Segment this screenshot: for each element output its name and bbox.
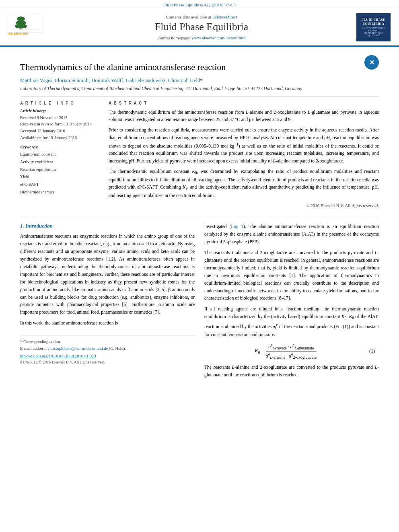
body-two-col: 1. Introduction Aminotransferase reactio…	[20, 223, 379, 382]
body-right-col: investigated (Fig. 1). The alanine amino…	[204, 223, 379, 382]
eq-denominator: aeL-alanine · ae2-oxoglutarate	[266, 352, 317, 359]
intro-heading: 1. Introduction	[20, 223, 195, 229]
abstract-column: A B S T R A C T The thermodynamic equili…	[109, 101, 379, 210]
logo-box-subtitle: AN INTERNATIONAL JOURNALOF FLUID PHASE E…	[358, 27, 389, 37]
homepage-label: journal homepage:	[157, 35, 190, 40]
body-text-right: investigated (Fig. 1). The alanine amino…	[204, 223, 379, 339]
authors-text: Matthias Voges, Florian Schmidt, Dominik…	[20, 77, 200, 83]
keywords-label: Keywords:	[20, 145, 101, 149]
elsevier-logo: ELSEVIER	[6, 16, 47, 39]
equation-1-row: Kθ = aepyruvate · aeL-glutamate aeL-alan…	[204, 343, 379, 359]
eq-numerator: aepyruvate · aeL-glutamate	[266, 343, 317, 350]
contents-text: Contents lists available at	[166, 14, 211, 19]
journal-center: Contents lists available at ScienceDirec…	[47, 14, 356, 40]
appear-text: appear	[176, 257, 188, 261]
intro-para-1: Aminotransferase reactions are enzymatic…	[20, 232, 195, 316]
article-history-label: Article history:	[20, 109, 101, 113]
svg-text:ELSEVIER: ELSEVIER	[8, 32, 28, 36]
email-label: E-mail address:	[20, 346, 47, 351]
paper-container: ✕ Thermodynamics of the alanine aminotra…	[0, 47, 399, 390]
abstract-para-3: The thermodynamic equilibrium constant K…	[109, 168, 379, 199]
body-rule	[20, 216, 379, 216]
keywords-list: Equilibrium constant Activity coefficien…	[20, 151, 101, 196]
paper-affiliation: Laboratory of Thermodynamics, Department…	[20, 86, 379, 91]
logo-box-title: FLUID PHASEEQUILIBRIA	[362, 18, 385, 26]
journal-reference-text: Fluid Phase Equilibria 422 (2016) 87–98	[163, 2, 236, 7]
journal-header: ELSEVIER Contents lists available at Sci…	[0, 9, 399, 46]
article-info-abstract-section: A R T I C L E I N F O Article history: R…	[20, 101, 379, 210]
equation-number: (1)	[363, 348, 375, 354]
equation-fraction: aepyruvate · aeL-glutamate aeL-alanine ·…	[266, 343, 317, 359]
email-suffix: (C. Held).	[109, 346, 126, 351]
right-para-3: If all reacting agents are diluted in a …	[204, 305, 379, 339]
abstract-section-label: A B S T R A C T	[109, 101, 379, 105]
journal-logo-box: FLUID PHASEEQUILIBRIA AN INTERNATIONAL J…	[356, 13, 391, 41]
body-text-left: Aminotransferase reactions are enzymatic…	[20, 232, 195, 327]
intro-para-2: In this work, the alanine aminotransfera…	[20, 319, 195, 327]
journal-reference-bar: Fluid Phase Equilibria 422 (2016) 87–98	[0, 0, 399, 9]
homepage-link[interactable]: www.elsevier.com/locate/fluid	[191, 35, 245, 40]
abstract-para-2: Prior to considering the reaction equili…	[109, 126, 379, 164]
right-para-1: investigated (Fig. 1). The alanine amino…	[204, 223, 379, 246]
equation-lhs: Kθ =	[255, 347, 266, 353]
footnote-section: * Corresponding author. E-mail address: …	[20, 335, 195, 364]
contents-available-line: Contents lists available at ScienceDirec…	[47, 14, 356, 19]
paper-title: Thermodynamics of the alanine aminotrans…	[20, 62, 379, 73]
paper-authors: Matthias Voges, Florian Schmidt, Dominik…	[20, 77, 379, 84]
email-link[interactable]: christoph.held@bci.tu-dortmund.de	[47, 346, 108, 351]
svg-point-4	[15, 24, 27, 29]
journal-homepage-line: journal homepage: www.elsevier.com/locat…	[47, 35, 356, 40]
right-para-2: The reactants L-alanine and 2-oxoglutara…	[204, 249, 379, 302]
issn-line: 0378-3812/© 2016 Elsevier B.V. All right…	[20, 360, 195, 364]
corresponding-author-note: * Corresponding author.	[20, 339, 195, 345]
email-footnote: E-mail address: christoph.held@bci.tu-do…	[20, 345, 195, 352]
crossmark-badge: ✕	[364, 55, 379, 70]
journal-title: Fluid Phase Equilibria	[47, 21, 356, 33]
equation-1-content: Kθ = aepyruvate · aeL-glutamate aeL-alan…	[208, 343, 363, 359]
article-info-column: A R T I C L E I N F O Article history: R…	[20, 101, 101, 210]
doi-link[interactable]: http://dx.doi.org/10.1016/j.fluid.2016.0…	[20, 354, 195, 358]
body-left-col: 1. Introduction Aminotransferase reactio…	[20, 223, 195, 382]
corresponding-asterisk: *	[200, 77, 203, 83]
eq-line	[266, 351, 317, 351]
elsevier-svg-logo: ELSEVIER	[6, 16, 43, 38]
sciencedirect-link[interactable]: ScienceDirect	[212, 14, 237, 19]
article-rule-top	[20, 97, 379, 97]
article-info-label: A R T I C L E I N F O	[20, 101, 101, 105]
journal-logo-right: FLUID PHASEEQUILIBRIA AN INTERNATIONAL J…	[356, 13, 393, 41]
article-received: Received 9 November 2015 Received in rev…	[20, 115, 101, 142]
abstract-para-1: The thermodynamic equilibrium of the ami…	[109, 109, 379, 123]
body-text-right-after-eq: The reactants L-alanine and 2-oxoglutara…	[204, 364, 379, 379]
abstract-copyright: © 2016 Elsevier B.V. All rights reserved…	[109, 202, 379, 210]
right-para-4: The reactants L-alanine and 2-oxoglutara…	[204, 364, 379, 379]
abstract-text: The thermodynamic equilibrium of the ami…	[109, 109, 379, 210]
